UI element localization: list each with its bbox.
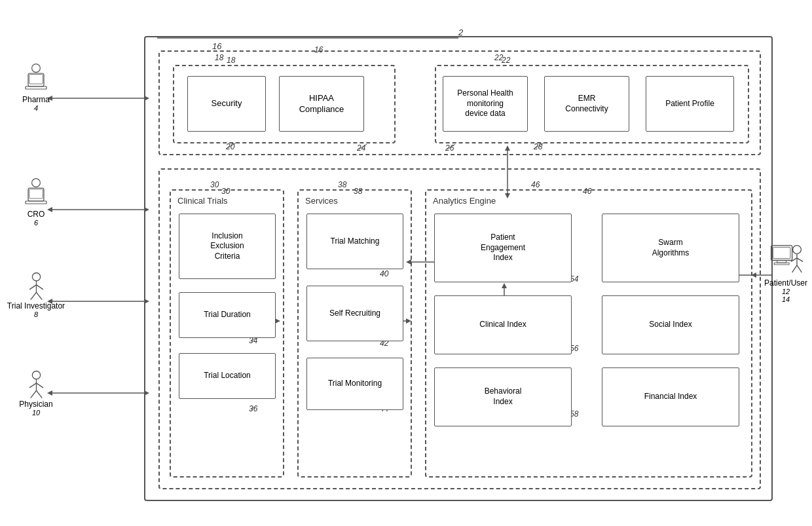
top-section: 16 18 Security HIPAA Compliance 22 Perso… [158, 50, 761, 155]
cro-ref: 6 [34, 219, 38, 227]
svg-line-78 [29, 383, 37, 388]
inclusion-exclusion-module: Inclusion Exclusion Criteria [179, 214, 276, 279]
patient-computer-icon [768, 242, 804, 278]
social-index-module: Social Index [602, 295, 739, 354]
hipaa-module: HIPAA Compliance [279, 76, 364, 132]
services-box: Services 38 Trial Matching Self Recruiti… [297, 189, 412, 478]
swarm-algorithms-module: Swarm Algorithms [602, 214, 739, 282]
diagram-container: 2 16 18 22 20 24 26 28 30 38 46 32 34 36 [0, 0, 812, 526]
svg-rect-68 [26, 201, 46, 204]
physician-ref: 10 [32, 409, 40, 417]
patient-subbox: 22 Personal Health monitoring device dat… [435, 65, 749, 143]
physician-icon [25, 370, 48, 400]
trial-investigator-ref: 8 [34, 310, 38, 318]
financial-index-module: Financial Index [602, 367, 739, 426]
svg-line-90 [792, 265, 796, 272]
bottom-section: Clinical Trials 30 Inclusion Exclusion C… [158, 168, 761, 489]
svg-line-81 [36, 390, 42, 398]
behavioral-index-module: Behavioral Index [434, 367, 572, 426]
clinical-trials-title: Clinical Trials [177, 196, 228, 206]
patient-ref-14: 14 [782, 295, 790, 303]
clinical-index-module: Clinical Index [434, 295, 572, 354]
ref-46: 46 [531, 180, 540, 189]
patient-profile-module: Patient Profile [646, 76, 734, 132]
patient-engagement-module: Patient Engagement Index [434, 214, 572, 282]
cro-label: CRO [28, 210, 45, 219]
svg-rect-67 [28, 188, 44, 201]
ref-38: 38 [338, 180, 346, 189]
personal-health-module: Personal Health monitoring device data [443, 76, 528, 132]
svg-line-80 [30, 390, 36, 398]
trial-duration-module: Trial Duration [179, 292, 276, 338]
trial-investigator-label: Trial Investigator [7, 301, 65, 310]
svg-point-62 [32, 64, 41, 73]
trial-investigator-icon [25, 272, 48, 301]
svg-rect-64 [26, 86, 46, 89]
physician-actor: Physician 10 [7, 370, 65, 417]
trial-location-module: Trial Location [179, 353, 276, 399]
svg-line-73 [36, 285, 43, 290]
main-box: 16 18 Security HIPAA Compliance 22 Perso… [144, 36, 773, 501]
svg-rect-85 [774, 263, 789, 265]
ref-16: 16 [212, 41, 221, 51]
svg-rect-65 [29, 75, 43, 84]
security-module: Security [187, 76, 266, 132]
svg-point-86 [792, 246, 801, 254]
svg-line-79 [36, 383, 43, 388]
ref-22: 22 [502, 56, 510, 65]
pharma-label: Pharma [22, 95, 50, 104]
svg-rect-82 [771, 246, 792, 261]
svg-line-75 [36, 292, 42, 299]
cro-actor: CRO 6 [10, 177, 62, 227]
trial-investigator-actor: Trial Investigator 8 [7, 272, 65, 318]
security-subbox: 18 Security HIPAA Compliance [173, 65, 396, 143]
svg-line-74 [30, 292, 36, 299]
trial-matching-module: Trial Matching [306, 214, 403, 269]
services-title: Services [305, 196, 338, 206]
pharma-actor: Pharma 4 [10, 62, 62, 112]
svg-rect-83 [773, 247, 790, 258]
clinical-trials-box: Clinical Trials 30 Inclusion Exclusion C… [170, 189, 284, 478]
patient-actor: Patient/User 12 14 [763, 242, 809, 303]
physician-label: Physician [19, 400, 52, 409]
self-recruiting-module: Self Recruiting [306, 286, 403, 341]
ref-30: 30 [210, 180, 219, 189]
svg-rect-63 [28, 73, 44, 86]
trial-monitoring-module: Trial Monitoring [306, 358, 403, 410]
pharma-icon [23, 62, 49, 95]
patient-label: Patient/User [764, 278, 807, 288]
emr-module: EMR Connectivity [544, 76, 629, 132]
svg-line-72 [29, 285, 37, 290]
ref-18: 18 [227, 56, 235, 65]
svg-point-66 [32, 179, 41, 187]
svg-line-89 [797, 258, 803, 262]
svg-rect-69 [29, 189, 43, 198]
pharma-ref: 4 [34, 104, 38, 112]
svg-point-70 [32, 273, 40, 281]
patient-ref-12: 12 [782, 288, 790, 295]
cro-icon [23, 177, 49, 210]
analytics-title: Analytics Engine [433, 196, 496, 206]
analytics-box: Analytics Engine 46 Patient Engagement I… [425, 189, 752, 478]
svg-point-76 [32, 371, 40, 379]
svg-line-91 [797, 265, 802, 272]
